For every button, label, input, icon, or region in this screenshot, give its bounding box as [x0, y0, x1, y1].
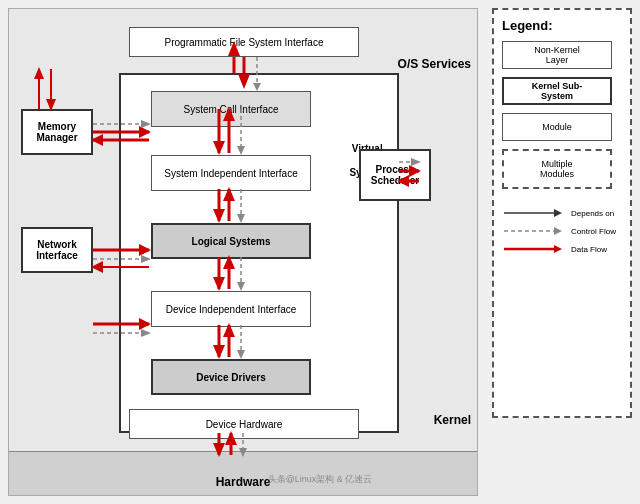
- sci-box: System Call Interface: [151, 91, 311, 127]
- legend-item-multiple-modules: MultipleModules: [502, 149, 622, 189]
- svg-marker-63: [554, 209, 562, 217]
- kernel-boundary-box: VirtualFileSystem System Call Interface …: [119, 73, 399, 433]
- legend-control-flow: Control Flow: [502, 225, 622, 237]
- svg-marker-67: [554, 245, 562, 253]
- legend-data-flow: Data Flow: [502, 243, 622, 255]
- prog-fs-box: Programmatic File System Interface: [129, 27, 359, 57]
- dd-box: Device Drivers: [151, 359, 311, 395]
- dii-box: Device Independent Interface: [151, 291, 311, 327]
- ls-box: Logical Systems: [151, 223, 311, 259]
- watermark: 头条@Linux架构 & 亿速云: [268, 473, 373, 486]
- legend-title: Legend:: [502, 18, 622, 33]
- dh-box: Device Hardware: [129, 409, 359, 439]
- svg-marker-65: [554, 227, 562, 235]
- legend-non-kernel-box: Non-KernelLayer: [502, 41, 612, 69]
- sii-box: System Independent Interface: [151, 155, 311, 191]
- ni-box: Network Interface: [21, 227, 93, 273]
- legend-multiple-modules-box: MultipleModules: [502, 149, 612, 189]
- svg-marker-43: [34, 67, 44, 79]
- kernel-label: Kernel: [434, 413, 471, 427]
- os-services-label: O/S Services: [398, 57, 471, 71]
- mm-box: Memory Manager: [21, 109, 93, 155]
- legend-depends-on: Depends on: [502, 207, 622, 219]
- legend-kernel-sub-box: Kernel Sub-System: [502, 77, 612, 105]
- legend-panel: Legend: Non-KernelLayer Kernel Sub-Syste…: [492, 8, 632, 418]
- ps-box: Process Scheduler: [359, 149, 431, 201]
- main-diagram-area: Programmatic File System Interface O/S S…: [8, 8, 478, 496]
- legend-item-kernel-sub: Kernel Sub-System: [502, 77, 622, 105]
- hardware-label: Hardware: [216, 475, 271, 489]
- legend-item-non-kernel: Non-KernelLayer: [502, 41, 622, 69]
- legend-module-box: Module: [502, 113, 612, 141]
- legend-item-module: Module: [502, 113, 622, 141]
